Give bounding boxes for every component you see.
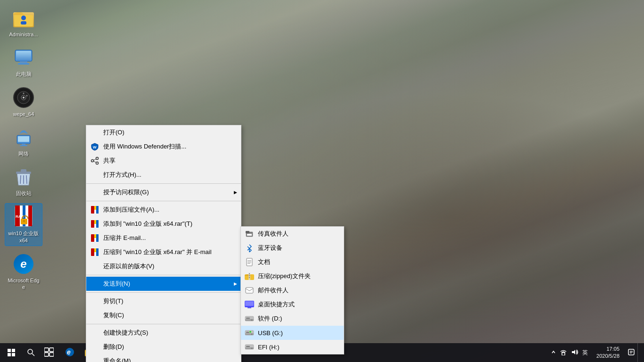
start-button[interactable] — [0, 343, 23, 362]
cm-restore-version[interactable]: 还原以前的版本(V) — [86, 259, 241, 273]
cm-restore-icon — [90, 262, 99, 271]
cm-defender[interactable]: W 使用 Windows Defender扫描... — [86, 140, 241, 154]
taskbar-task-view[interactable] — [40, 343, 58, 362]
cm-compress-email[interactable]: 压缩并 E-mail... — [86, 231, 241, 245]
cm-share[interactable]: 共享 — [86, 154, 241, 168]
taskbar-clock[interactable]: 17:05 2020/5/28 — [591, 346, 625, 360]
bluetooth-icon — [245, 243, 254, 253]
svg-rect-31 — [28, 206, 32, 226]
fax-icon — [245, 229, 254, 239]
submenu-usb-g[interactable]: USB (G:) — [241, 326, 344, 340]
svg-rect-59 — [247, 234, 252, 236]
svg-rect-56 — [94, 248, 96, 252]
cm-sep1 — [86, 183, 241, 184]
desktop: Administra... — [0, 0, 644, 362]
cm-copy[interactable]: 复制(C) — [86, 308, 241, 322]
this-pc-label: 此电脑 — [16, 71, 32, 77]
svg-rect-41 — [91, 206, 94, 214]
cm-open[interactable]: 打开(O) — [86, 125, 241, 140]
svg-rect-52 — [94, 234, 96, 238]
cm-grant-access[interactable]: 授予访问权限(G) — [86, 185, 241, 199]
svg-point-19 — [23, 131, 25, 132]
svg-point-14 — [26, 95, 28, 96]
desktop-icon-network[interactable]: 网络 — [5, 124, 42, 159]
svg-rect-91 — [44, 353, 49, 356]
svg-point-34 — [23, 220, 25, 222]
svg-point-36 — [96, 157, 99, 160]
svg-rect-69 — [246, 288, 253, 293]
send-to-submenu: 传真收件人 蓝牙设备 文档 — [240, 226, 344, 354]
cm-copy-icon — [90, 311, 99, 320]
svg-rect-53 — [91, 248, 94, 256]
svg-rect-44 — [94, 206, 96, 210]
cm-rename[interactable]: 重命名(M) — [86, 354, 241, 362]
submenu-desktop-shortcut[interactable]: 桌面快捷方式 — [241, 297, 344, 312]
recycle-label: 固收站 — [16, 190, 32, 197]
svg-rect-58 — [246, 231, 249, 233]
edge-taskbar-icon: e — [65, 347, 74, 357]
svg-rect-51 — [96, 234, 99, 242]
wepe-icon — [12, 86, 35, 109]
cm-cut[interactable]: 剪切(T) — [86, 294, 241, 308]
desktop-icon-wepe[interactable]: wepe_64 — [5, 84, 42, 119]
cm-open-with[interactable]: 打开方式(H)... — [86, 168, 241, 182]
chevron-up-icon — [551, 349, 556, 355]
cm-delete[interactable]: 删除(D) — [86, 340, 241, 354]
submenu-mail[interactable]: 邮件收件人 — [241, 283, 344, 297]
submenu-drive-d[interactable]: 软件 (D:) — [241, 312, 344, 326]
cm-send-to[interactable]: 发送到(N) — [86, 277, 241, 291]
tray-expand-button[interactable] — [550, 349, 557, 356]
cm-compress-email-icon — [90, 233, 99, 243]
svg-point-37 — [91, 160, 94, 162]
network-tray-icon — [560, 349, 567, 355]
cm-open-with-icon — [90, 170, 99, 180]
svg-point-13 — [23, 92, 25, 94]
taskbar-edge[interactable]: e — [60, 343, 79, 362]
svg-point-3 — [21, 16, 26, 20]
win10-label: win10 企业版 x64 — [7, 230, 40, 244]
svg-rect-72 — [248, 307, 251, 308]
tray-volume-icon[interactable] — [570, 349, 579, 357]
svg-rect-71 — [245, 301, 254, 306]
cm-compress-rar-email[interactable]: 压缩到 "win10 企业版 x64.rar" 并 E-mail — [86, 245, 241, 259]
network-label: 网络 — [18, 150, 29, 157]
svg-point-80 — [251, 334, 253, 335]
desktop-icon-this-pc[interactable]: 此电脑 — [5, 44, 42, 79]
tray-action-center[interactable] — [627, 349, 636, 357]
svg-line-39 — [94, 159, 96, 161]
svg-rect-49 — [91, 234, 94, 242]
svg-rect-66 — [249, 273, 250, 274]
submenu-fax[interactable]: 传真收件人 — [241, 227, 344, 241]
submenu-documents[interactable]: 文档 — [241, 255, 344, 269]
submenu-efi-h[interactable]: EFI (H:) — [241, 340, 344, 354]
desktop-icon-administrator[interactable]: Administra... — [5, 5, 42, 40]
tray-network-icon[interactable] — [559, 349, 568, 357]
cm-compress-rar-email-icon — [90, 247, 99, 257]
volume-tray-icon — [571, 349, 578, 355]
submenu-bluetooth[interactable]: 蓝牙设备 — [241, 241, 344, 255]
svg-rect-48 — [94, 220, 96, 224]
svg-point-85 — [251, 348, 253, 349]
taskbar-search-button[interactable] — [23, 343, 40, 362]
svg-rect-86 — [246, 346, 250, 347]
svg-line-22 — [20, 175, 21, 184]
svg-rect-47 — [96, 220, 99, 228]
desktop-icon-win10[interactable]: RAR win10 企业版 x64 — [5, 203, 42, 246]
cm-create-shortcut[interactable]: 创建快捷方式(S) — [86, 326, 241, 340]
cm-add-zip[interactable]: 添加到压缩文件(A)... — [86, 203, 241, 217]
desktop-shortcut-icon — [245, 300, 254, 309]
taskbar-tray: 英 17:05 2020/5/28 — [550, 343, 644, 362]
context-menu: 打开(O) W 使用 Windows Defender扫描... — [86, 125, 241, 362]
taskbar-date: 2020/5/28 — [596, 353, 619, 360]
desktop-icon-edge[interactable]: e Microsoft Edge — [5, 251, 42, 293]
cm-add-rar[interactable]: 添加到 "win10 企业版 x64.rar"(T) — [86, 217, 241, 231]
show-desktop-button[interactable] — [637, 343, 640, 362]
svg-rect-68 — [249, 277, 250, 278]
svg-point-82 — [249, 331, 252, 333]
submenu-zip[interactable]: 压缩(zipped)文件夹 — [241, 269, 344, 283]
svg-line-40 — [94, 161, 96, 163]
svg-rect-100 — [562, 353, 565, 355]
desktop-icon-recycle[interactable]: 固收站 — [5, 164, 42, 198]
tray-language-indicator[interactable]: 英 — [581, 349, 589, 357]
cm-add-zip-icon — [90, 205, 99, 214]
